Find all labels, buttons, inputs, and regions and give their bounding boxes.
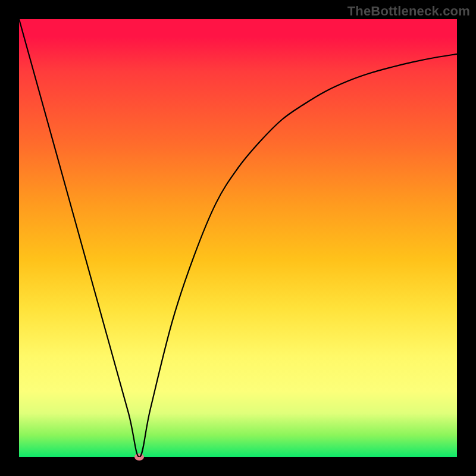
curve-path	[19, 19, 457, 457]
chart-frame: TheBottleneck.com	[0, 0, 476, 476]
curve-svg	[19, 19, 457, 457]
watermark-text: TheBottleneck.com	[347, 4, 470, 19]
plot-area	[19, 19, 457, 457]
